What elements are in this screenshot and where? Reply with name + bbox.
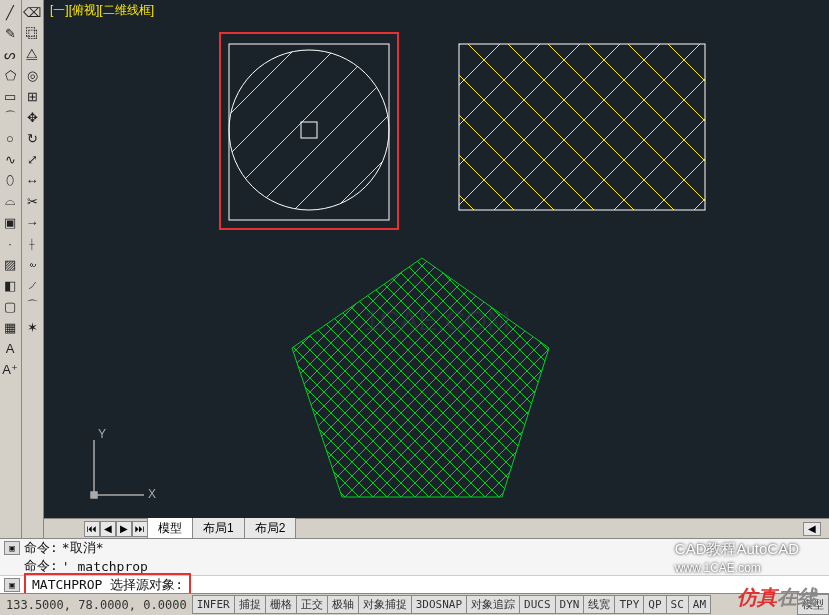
spline-icon[interactable]: ∿	[0, 149, 20, 169]
rectangle-icon[interactable]: ▭	[0, 86, 20, 106]
scale-icon[interactable]: ⤢	[22, 149, 42, 169]
status-极轴[interactable]: 极轴	[327, 595, 359, 614]
brush-icon[interactable]: ✎	[0, 23, 20, 43]
break-icon[interactable]: ⟊	[22, 233, 42, 253]
tab-next-icon[interactable]: ▶	[116, 521, 132, 537]
trim-icon[interactable]: ✂	[22, 191, 42, 211]
status-dyn[interactable]: DYN	[555, 595, 585, 614]
center-watermark: 1CAE.COM	[364, 305, 510, 336]
modify-toolbar: ⌫⿻⧋◎⊞✥↻⤢↔✂→⟊⧜⟋⌒✶	[22, 0, 44, 538]
pentagon-hatch-object[interactable]	[292, 258, 549, 497]
stretch-icon[interactable]: ↔	[22, 170, 42, 190]
svg-line-6	[154, 0, 354, 190]
fillet-icon[interactable]: ⌒	[22, 296, 42, 316]
tab-prev-icon[interactable]: ◀	[100, 521, 116, 537]
offset-icon[interactable]: ◎	[22, 65, 42, 85]
svg-text:Y: Y	[98, 427, 106, 441]
status-对象捕捉[interactable]: 对象捕捉	[358, 595, 412, 614]
region-icon[interactable]: ▢	[0, 296, 20, 316]
status-栅格[interactable]: 栅格	[265, 595, 297, 614]
status-coords: 133.5000, 78.0000, 0.0000	[0, 598, 193, 612]
status-sc[interactable]: SC	[666, 595, 689, 614]
status-正交[interactable]: 正交	[296, 595, 328, 614]
layout-tabs: ⏮ ◀ ▶ ⏭ 模型 布局1 布局2 ◀	[44, 518, 829, 538]
join-icon[interactable]: ⧜	[22, 254, 42, 274]
pline-icon[interactable]: ᔕ	[0, 44, 20, 64]
cmd-prompt-icon: ▣	[4, 578, 20, 592]
watermark-brand: 仿真在线	[737, 584, 817, 611]
status-ducs[interactable]: DUCS	[519, 595, 556, 614]
svg-rect-0	[229, 44, 389, 220]
watermark-tutorial: CAD教程AutoCAD www.1CAE.com	[675, 540, 799, 575]
cmd-icon: ▣	[4, 541, 20, 555]
svg-rect-15	[91, 492, 97, 498]
text-icon[interactable]: A	[0, 338, 20, 358]
svg-line-2	[194, 30, 394, 230]
status-qp[interactable]: QP	[643, 595, 666, 614]
svg-rect-10	[301, 122, 317, 138]
hatch-icon[interactable]: ▨	[0, 254, 20, 274]
rotate-icon[interactable]: ↻	[22, 128, 42, 148]
extend-icon[interactable]: →	[22, 212, 42, 232]
cmd-label: 命令:	[24, 539, 58, 557]
rectangle-hatch-object[interactable]	[459, 44, 705, 210]
svg-line-4	[174, 10, 374, 210]
array-icon[interactable]: ⊞	[22, 86, 42, 106]
status-tpy[interactable]: TPY	[614, 595, 644, 614]
drawing-canvas[interactable]: [一][俯视][二维线框]	[44, 0, 829, 518]
ucs-icon[interactable]: X Y	[91, 427, 156, 501]
command-prompt[interactable]: MATCHPROP 选择源对象:	[32, 577, 183, 592]
tab-model[interactable]: 模型	[147, 517, 193, 540]
status-bar: 133.5000, 78.0000, 0.0000 INFER捕捉栅格正交极轴对…	[0, 593, 829, 615]
tab-layout2[interactable]: 布局2	[244, 517, 297, 540]
svg-line-5	[234, 70, 434, 270]
chamfer-icon[interactable]: ⟋	[22, 275, 42, 295]
gradient-icon[interactable]: ◧	[0, 275, 20, 295]
eraser-icon[interactable]: ⌫	[22, 2, 42, 22]
addsel-icon[interactable]: A⁺	[0, 359, 20, 379]
copy-icon[interactable]: ⿻	[22, 23, 42, 43]
status-线宽[interactable]: 线宽	[583, 595, 615, 614]
block-icon[interactable]: ▣	[0, 212, 20, 232]
status-am[interactable]: AM	[688, 595, 711, 614]
draw-toolbar: ╱✎ᔕ⬠▭⌒○∿⬯⌓▣·▨◧▢▦AA⁺	[0, 0, 22, 538]
svg-text:X: X	[148, 487, 156, 501]
status-捕捉[interactable]: 捕捉	[234, 595, 266, 614]
table-icon[interactable]: ▦	[0, 317, 20, 337]
status-对象追踪[interactable]: 对象追踪	[466, 595, 520, 614]
cmd-text: '_matchprop	[62, 559, 148, 574]
status-infer[interactable]: INFER	[192, 595, 235, 614]
status-3dosnap[interactable]: 3DOSNAP	[411, 595, 467, 614]
circle-icon[interactable]: ○	[0, 128, 20, 148]
svg-marker-12	[292, 258, 549, 497]
polygon-icon[interactable]: ⬠	[0, 65, 20, 85]
move-icon[interactable]: ✥	[22, 107, 42, 127]
arc-icon[interactable]: ⌒	[0, 107, 20, 127]
tab-layout1[interactable]: 布局1	[192, 517, 245, 540]
drawing-area-wrap: [一][俯视][二维线框]	[44, 0, 829, 538]
ellipse-icon[interactable]: ⬯	[0, 170, 20, 190]
line-icon[interactable]: ╱	[0, 2, 20, 22]
svg-point-9	[229, 50, 389, 210]
drawing-svg: X Y 1CAE.COM	[44, 0, 824, 505]
cmd-text: *取消*	[62, 539, 104, 557]
tab-last-icon[interactable]: ⏭	[132, 521, 148, 537]
ellipse-arc-icon[interactable]: ⌓	[0, 191, 20, 211]
command-prompt-row: ▣ MATCHPROP 选择源对象:	[0, 575, 829, 593]
tab-scroll-right-icon[interactable]: ◀	[803, 522, 821, 536]
tab-first-icon[interactable]: ⏮	[84, 521, 100, 537]
svg-rect-11	[459, 44, 705, 210]
mirror-icon[interactable]: ⧋	[22, 44, 42, 64]
explode-icon[interactable]: ✶	[22, 317, 42, 337]
point-icon[interactable]: ·	[0, 233, 20, 253]
